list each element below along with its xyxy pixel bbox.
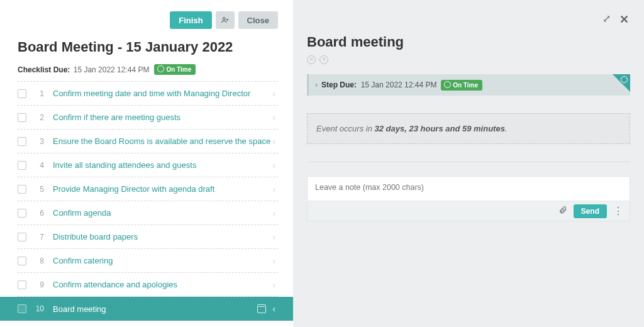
checkbox[interactable] <box>18 280 26 289</box>
finish-button[interactable]: Finish <box>170 11 211 29</box>
checkbox[interactable] <box>18 161 26 170</box>
checklist-item[interactable]: 4Invite all standing attendees and guest… <box>18 153 278 177</box>
checklist-item[interactable]: 8Confirm catering› <box>18 249 278 273</box>
step-status-text: On Time <box>453 82 478 89</box>
checkbox[interactable] <box>18 185 26 194</box>
item-label: Invite all standing attendees and guests <box>53 160 272 170</box>
item-number: 3 <box>35 137 44 146</box>
chevron-right-icon: › <box>272 232 278 242</box>
event-prefix: Event occurs in <box>316 124 375 133</box>
chevron-right-icon: › <box>272 184 278 194</box>
close-button[interactable]: Close <box>238 11 278 29</box>
note-composer: Send ⋮ <box>307 176 630 221</box>
checklist-item[interactable]: 2Confirm if there are meeting guests› <box>18 106 278 130</box>
chevron-right-icon: › <box>272 89 278 99</box>
status-badge-text: On Time <box>166 66 191 73</box>
step-due-value: 15 Jan 2022 12:44 PM <box>361 80 437 89</box>
step-meta-icons: ✕ ✎ <box>307 55 630 64</box>
checklist-item[interactable]: 9Confirm attendance and apologies› <box>18 273 278 297</box>
item-number: 8 <box>35 257 44 265</box>
note-actions: Send ⋮ <box>308 201 630 221</box>
step-title: Board meeting <box>307 34 630 50</box>
send-button[interactable]: Send <box>574 204 607 218</box>
item-number: 1 <box>35 89 44 98</box>
item-label: Provide Managing Director with agenda dr… <box>53 184 272 194</box>
step-due-label: Step Due: <box>321 80 357 89</box>
checkbox[interactable] <box>18 89 26 98</box>
toolbar: Finish Close <box>18 11 278 29</box>
checklist-item[interactable]: 1Confirm meeting date and time with Mana… <box>18 82 278 106</box>
checkbox[interactable] <box>18 113 26 122</box>
checklist-due-value: 15 Jan 2022 12:44 PM <box>74 65 150 74</box>
chevron-right-icon: › <box>272 256 278 266</box>
item-number: 4 <box>35 161 44 170</box>
clock-icon <box>157 65 164 74</box>
expand-icon[interactable]: ⤢ <box>602 14 611 25</box>
item-label: Confirm attendance and apologies <box>53 280 272 289</box>
checklist-due-row: Checklist Due: 15 Jan 2022 12:44 PM On T… <box>18 64 278 75</box>
chevron-right-icon: › <box>272 208 278 218</box>
item-number: 9 <box>35 280 44 289</box>
person-plus-icon <box>221 16 230 25</box>
page-title: Board Meeting - 15 January 2022 <box>18 39 278 55</box>
comment-icon[interactable]: ✎ <box>319 55 328 64</box>
step-detail-panel: ⤢ ✕ Board meeting ✕ ✎ › Step Due: 15 Jan… <box>293 0 644 327</box>
event-suffix: . <box>505 124 508 133</box>
item-label: Confirm if there are meeting guests <box>53 113 272 122</box>
checkbox[interactable] <box>18 304 26 313</box>
more-icon[interactable]: ⋮ <box>613 206 623 216</box>
item-label: Board meeting <box>53 304 257 314</box>
checkbox[interactable] <box>18 137 26 146</box>
clock-icon <box>444 81 451 89</box>
chevron-right-icon: › <box>272 160 278 170</box>
item-number: 5 <box>35 185 44 194</box>
chevron-right-icon: › <box>272 113 278 123</box>
checklist-panel: Finish Close Board Meeting - 15 January … <box>0 0 293 327</box>
panel-window-controls: ⤢ ✕ <box>602 14 629 25</box>
checkbox[interactable] <box>18 233 26 241</box>
checklist-item[interactable]: 3Ensure the Board Rooms is available and… <box>18 130 278 153</box>
item-number: 2 <box>35 113 44 122</box>
item-number: 6 <box>35 209 44 218</box>
item-label: Confirm agenda <box>53 208 272 218</box>
checklist-due-label: Checklist Due: <box>18 65 70 74</box>
event-countdown: 32 days, 23 hours and 59 minutes <box>375 124 505 133</box>
step-due-bar[interactable]: › Step Due: 15 Jan 2022 12:44 PM On Time <box>307 74 630 96</box>
divider <box>307 162 630 162</box>
assign-button[interactable] <box>216 11 235 29</box>
close-icon[interactable]: ✕ <box>619 14 629 25</box>
item-label: Confirm catering <box>53 256 272 265</box>
checklist-item[interactable]: 5Provide Managing Director with agenda d… <box>18 177 278 201</box>
item-number: 10 <box>35 304 44 313</box>
svg-point-0 <box>223 18 225 20</box>
item-number: 7 <box>35 233 44 241</box>
chevron-right-icon: › <box>272 136 278 147</box>
note-input[interactable] <box>308 177 630 198</box>
checkbox[interactable] <box>18 257 26 265</box>
item-label: Distribute board papers <box>53 232 272 241</box>
item-label: Ensure the Board Rooms is available and … <box>53 136 272 146</box>
item-label: Confirm meeting date and time with Manag… <box>53 89 272 98</box>
checklist-item[interactable]: 6Confirm agenda› <box>18 201 278 225</box>
checklist-item[interactable]: 10Board meeting‹ <box>0 297 293 321</box>
event-countdown-box: Event occurs in 32 days, 23 hours and 59… <box>307 113 630 144</box>
history-icon <box>621 76 628 83</box>
step-status-badge: On Time <box>441 80 482 91</box>
chevron-right-icon: › <box>272 280 278 290</box>
checklist-list: 1Confirm meeting date and time with Mana… <box>18 81 278 321</box>
chevron-left-icon: ‹ <box>272 304 278 314</box>
assignee-icon[interactable]: ✕ <box>307 55 316 64</box>
attachment-icon[interactable] <box>558 206 567 216</box>
chevron-right-icon: › <box>315 80 318 89</box>
status-badge-ontime: On Time <box>154 64 196 75</box>
calendar-icon <box>257 304 266 313</box>
checkbox[interactable] <box>18 209 26 218</box>
checklist-item[interactable]: 7Distribute board papers› <box>18 225 278 249</box>
